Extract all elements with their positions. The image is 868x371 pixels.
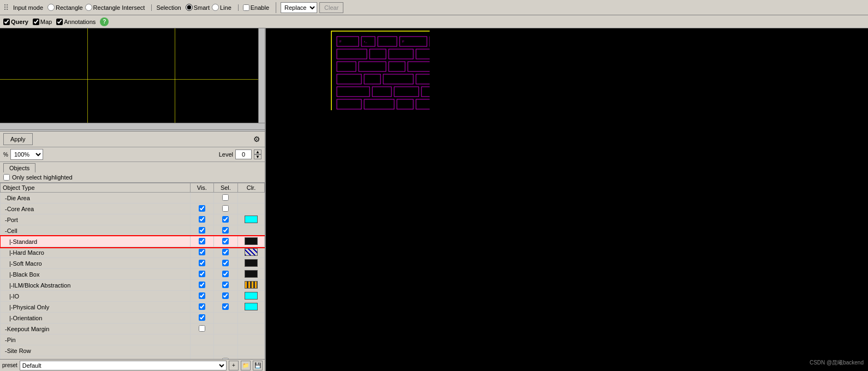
color-cell[interactable] (237, 193, 264, 204)
gear-icon[interactable]: ⚙ (252, 134, 261, 144)
controls-toolbar: Apply ⚙ (0, 131, 265, 147)
sel-cell[interactable] (213, 225, 237, 236)
map-checkbox[interactable] (33, 19, 39, 25)
preview-scrollbar-horizontal[interactable] (0, 123, 265, 129)
only-select-checkbox[interactable] (3, 174, 10, 181)
preview-hline-1 (0, 79, 265, 80)
preset-select[interactable]: Default (20, 361, 227, 370)
bottom-bar: preset Default + 📁 💾 (0, 359, 265, 371)
vis-cell[interactable] (190, 193, 213, 204)
table-row: -Pin (1, 334, 265, 345)
vis-cell[interactable] (190, 247, 213, 258)
enable-checkbox[interactable] (243, 4, 249, 11)
annotations-checkbox[interactable] (56, 19, 63, 25)
color-cell[interactable] (237, 258, 264, 269)
table-row: -Die Area (1, 193, 265, 204)
sel-cell[interactable] (213, 302, 237, 313)
rectangle-radio[interactable]: Rectangle (47, 4, 83, 11)
vis-cell[interactable] (190, 291, 213, 302)
sel-cell[interactable] (213, 269, 237, 280)
line-radio[interactable]: Line (212, 4, 231, 11)
preset-add-button[interactable]: + (229, 361, 239, 370)
color-cell[interactable] (237, 225, 264, 236)
color-swatch[interactable] (245, 259, 258, 267)
level-input[interactable] (235, 149, 252, 159)
object-type-name: -Pin (1, 334, 191, 345)
svg-text:r_: r_ (364, 40, 367, 43)
selection-label: Selection (156, 4, 181, 11)
vis-cell[interactable] (190, 258, 213, 269)
table-row: |-Soft Macro (1, 258, 265, 269)
color-cell[interactable] (237, 247, 264, 258)
vis-cell[interactable] (190, 324, 213, 334)
rectangle-intersect-radio[interactable]: Rectangle Intersect (85, 4, 145, 11)
annotations-checkbox-label[interactable]: Annotations (56, 19, 96, 25)
map-checkbox-label[interactable]: Map (33, 19, 52, 25)
query-label: Query (11, 19, 28, 25)
color-swatch[interactable] (245, 237, 258, 245)
input-mode-label: Input mode (13, 4, 43, 11)
vis-cell[interactable] (190, 345, 213, 356)
vis-cell[interactable] (190, 236, 213, 247)
vis-cell[interactable] (190, 313, 213, 324)
object-type-name: -Die Area (1, 193, 191, 204)
vis-cell[interactable] (190, 225, 213, 236)
object-type-name: -Port (1, 214, 191, 225)
query-toolbar: Query Map Annotations ? (0, 15, 868, 28)
color-cell[interactable] (237, 280, 264, 291)
preset-save-button[interactable]: 💾 (253, 361, 263, 370)
sel-cell[interactable] (213, 193, 237, 204)
vis-cell[interactable] (190, 269, 213, 280)
query-checkbox[interactable] (3, 19, 10, 25)
objects-tab[interactable]: Objects (3, 163, 35, 172)
apply-button[interactable]: Apply (3, 133, 33, 145)
sel-cell[interactable] (213, 324, 237, 334)
sel-cell[interactable] (213, 247, 237, 258)
color-cell[interactable] (237, 334, 264, 345)
color-cell[interactable] (237, 269, 264, 280)
color-cell[interactable] (237, 313, 264, 324)
zoom-select[interactable]: 100% 50% 200% (10, 149, 43, 160)
help-icon[interactable]: ? (100, 17, 109, 26)
svg-text:F: F (402, 40, 405, 43)
color-swatch[interactable] (245, 248, 258, 256)
enable-label: Enable (251, 4, 269, 11)
canvas-area[interactable]: F r_ F r_ F r_ ▲ ▲ CSDN @昆曦backend (266, 28, 868, 371)
svg-text:F: F (340, 40, 342, 43)
sel-cell[interactable] (213, 258, 237, 269)
query-checkbox-label[interactable]: Query (3, 19, 28, 25)
color-swatch[interactable] (245, 216, 258, 223)
vis-cell[interactable] (190, 204, 213, 214)
clear-button[interactable]: Clear (319, 2, 343, 13)
color-cell[interactable] (237, 345, 264, 356)
color-swatch[interactable] (245, 292, 258, 300)
sel-cell[interactable] (213, 291, 237, 302)
color-cell[interactable] (237, 236, 264, 247)
replace-select[interactable]: Replace Add Remove (281, 2, 317, 13)
smart-radio[interactable]: Smart (186, 4, 210, 11)
sel-cell[interactable] (213, 214, 237, 225)
preview-scrollbar-vertical[interactable] (258, 28, 265, 123)
enable-checkbox-label[interactable]: Enable (243, 4, 269, 11)
color-cell[interactable] (237, 324, 264, 334)
sel-cell[interactable] (213, 204, 237, 214)
vis-cell[interactable] (190, 214, 213, 225)
color-cell[interactable] (237, 204, 264, 214)
sel-cell[interactable] (213, 334, 237, 345)
color-swatch[interactable] (245, 281, 258, 289)
vis-cell[interactable] (190, 302, 213, 313)
color-swatch[interactable] (245, 303, 258, 310)
preset-folder-button[interactable]: 📁 (241, 361, 251, 370)
vis-cell[interactable] (190, 280, 213, 291)
vis-cell[interactable] (190, 334, 213, 345)
level-spin-up[interactable]: ▲ (254, 149, 261, 154)
sel-cell[interactable] (213, 280, 237, 291)
color-swatch[interactable] (245, 270, 258, 278)
sel-cell[interactable] (213, 236, 237, 247)
color-cell[interactable] (237, 291, 264, 302)
color-cell[interactable] (237, 214, 264, 225)
sel-cell[interactable] (213, 345, 237, 356)
level-spin-down[interactable]: ▼ (254, 154, 261, 159)
color-cell[interactable] (237, 302, 264, 313)
sel-cell[interactable] (213, 313, 237, 324)
